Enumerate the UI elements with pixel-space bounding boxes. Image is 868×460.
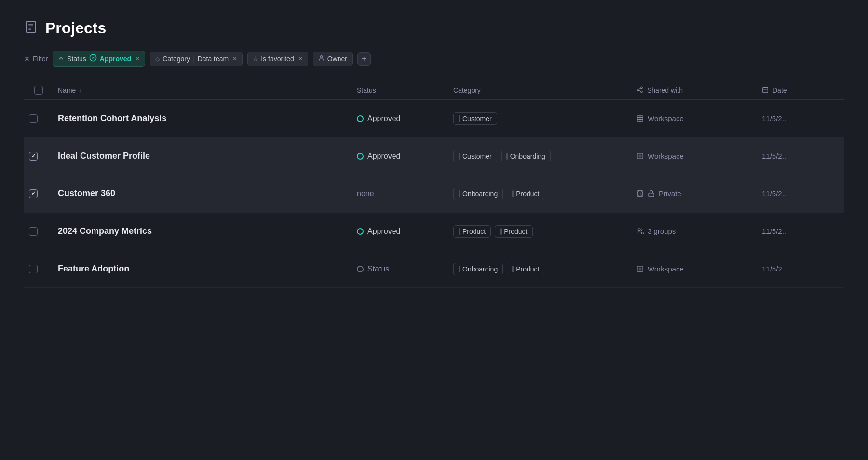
- row2-name: Ideal Customer Profile: [58, 151, 150, 161]
- row3-checkbox[interactable]: [29, 189, 38, 198]
- row4-shared: 3 groups: [637, 227, 676, 235]
- tag-bar-icon: [512, 266, 514, 272]
- close-icon: ✕: [24, 55, 30, 63]
- header-name: Name ↓: [53, 86, 352, 95]
- row3-tag-onboarding-label: Onboarding: [462, 190, 498, 198]
- row1-date: 11/5/2...: [762, 114, 788, 122]
- table-header: Name ↓ Status Category: [24, 81, 844, 100]
- select-all-checkbox[interactable]: [34, 86, 43, 95]
- row1-checkbox[interactable]: [29, 114, 38, 123]
- row2-status-dot: [357, 153, 364, 160]
- row1-tag-customer-label: Customer: [462, 115, 492, 122]
- owner-filter-label: Owner: [327, 55, 347, 63]
- header-status: Status: [352, 86, 448, 95]
- svg-point-8: [641, 91, 643, 93]
- row4-tag-product1-label: Product: [462, 228, 486, 235]
- row4-status-cell: Approved: [352, 227, 448, 236]
- category-filter-label: Category: [163, 55, 190, 63]
- row5-category-tags: Onboarding Product: [453, 263, 544, 275]
- row1-shared-label: Workspace: [648, 114, 684, 122]
- svg-point-28: [638, 229, 640, 231]
- filter-chip-status[interactable]: Status Approved ✕: [53, 51, 145, 67]
- category-filter-value: Data team: [198, 55, 229, 63]
- page-header: Projects: [24, 19, 844, 37]
- row1-date-cell: 11/5/2...: [757, 114, 844, 122]
- row3-name: Customer 360: [58, 189, 115, 199]
- row4-checkbox[interactable]: [29, 227, 38, 236]
- table-row[interactable]: 2024 Company Metrics Approved Product Pr…: [24, 213, 844, 250]
- svg-rect-11: [763, 87, 768, 93]
- row4-checkbox-cell: [24, 227, 53, 236]
- row3-date-cell: 11/5/2...: [757, 189, 844, 198]
- header-checkbox-cell: [24, 86, 53, 95]
- row5-status-label: Status: [367, 265, 389, 273]
- tag-bar-icon: [459, 153, 460, 160]
- approved-icon: [89, 54, 97, 63]
- row1-shared: Workspace: [637, 114, 684, 122]
- svg-line-10: [639, 88, 641, 89]
- table-row[interactable]: Feature Adoption Status Onboarding Produ…: [24, 250, 844, 288]
- sort-icon[interactable]: ↓: [79, 87, 81, 93]
- row5-checkbox-cell: [24, 265, 53, 273]
- row2-checkbox[interactable]: [29, 152, 38, 161]
- filter-chip-favorited[interactable]: ☆ Is favorited ✕: [247, 52, 308, 66]
- row1-status-label: Approved: [367, 114, 401, 123]
- status-filter-close-icon[interactable]: ✕: [135, 55, 140, 62]
- page-title: Projects: [45, 19, 106, 37]
- shared-with-column-label: Shared with: [647, 86, 683, 94]
- filter-chip-category[interactable]: ◇ Category | Data team ✕: [150, 52, 243, 66]
- date-column-icon: [762, 86, 769, 95]
- filter-bar: ✕ Filter Status Approved ✕ ◇: [24, 51, 844, 67]
- row5-shared-label: Workspace: [648, 265, 684, 273]
- row1-category-cell: Customer: [448, 112, 632, 125]
- category-filter-close-icon[interactable]: ✕: [232, 55, 237, 62]
- row2-shared-cell: Workspace: [632, 152, 757, 160]
- row2-tag-customer: Customer: [453, 150, 497, 162]
- favorited-filter-label: Is favorited: [261, 55, 294, 63]
- svg-rect-29: [637, 266, 643, 271]
- row5-tag-product: Product: [507, 263, 544, 275]
- row4-name-cell: 2024 Company Metrics: [53, 226, 352, 236]
- row2-status-cell: Approved: [352, 152, 448, 161]
- row2-name-cell: Ideal Customer Profile: [53, 151, 352, 161]
- filter-clear-button[interactable]: ✕ Filter: [24, 55, 48, 63]
- header-date: Date: [757, 86, 844, 95]
- row4-date-cell: 11/5/2...: [757, 227, 844, 235]
- row3-shared-label: Private: [659, 189, 681, 198]
- shared-with-column-icon: [637, 86, 643, 95]
- svg-rect-20: [637, 153, 643, 159]
- table-row[interactable]: Retention Cohort Analysis Approved Custo…: [24, 100, 844, 137]
- row3-status-label: none: [357, 189, 374, 198]
- row4-tag-product2: Product: [495, 225, 532, 238]
- tag-bar-icon: [459, 266, 460, 272]
- row5-tag-onboarding: Onboarding: [453, 263, 503, 275]
- row5-checkbox[interactable]: [29, 265, 38, 273]
- svg-point-7: [637, 89, 639, 91]
- row4-category-cell: Product Product: [448, 225, 632, 238]
- row1-status-cell: Approved: [352, 114, 448, 123]
- owner-filter-icon: [318, 55, 325, 63]
- row3-category-cell: Onboarding Product: [448, 188, 632, 200]
- row1-status-dot: [357, 115, 364, 122]
- tag-bar-icon: [459, 115, 460, 122]
- row4-status-dot: [357, 228, 364, 235]
- filter-label: Filter: [33, 55, 48, 63]
- row1-checkbox-cell: [24, 114, 53, 123]
- svg-point-5: [320, 55, 322, 57]
- table-row[interactable]: Ideal Customer Profile Approved Customer: [24, 137, 844, 175]
- tag-bar-icon: [512, 190, 514, 197]
- row4-status: Approved: [357, 227, 401, 236]
- row4-shared-cell: 3 groups: [632, 227, 757, 235]
- table-row[interactable]: Customer 360 none Onboarding Product: [24, 175, 844, 213]
- svg-point-6: [641, 87, 643, 89]
- filter-chip-owner[interactable]: Owner: [313, 52, 353, 66]
- row5-status: Status: [357, 265, 389, 273]
- category-column-label: Category: [453, 86, 481, 94]
- row4-date: 11/5/2...: [762, 227, 788, 235]
- favorited-filter-close-icon[interactable]: ✕: [298, 55, 303, 62]
- row3-tag-product: Product: [507, 188, 544, 200]
- row2-shared: Workspace: [637, 152, 684, 160]
- header-category: Category: [448, 86, 632, 95]
- row5-shared-cell: Workspace: [632, 265, 757, 273]
- add-filter-button[interactable]: +: [357, 52, 371, 66]
